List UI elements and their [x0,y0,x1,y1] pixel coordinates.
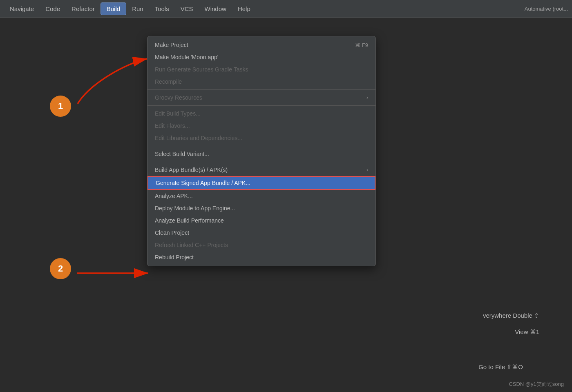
menu-item-label: Run Generate Sources Gradle Tasks [155,66,248,73]
content-area: Make Project ⌘ F9 Make Module 'Moon.app'… [0,18,572,392]
separator-2 [147,105,375,106]
menu-bar: Navigate Code Refactor Build Run Tools V… [0,0,572,18]
menu-item-label: Analyze Build Performance [155,217,224,224]
menu-code[interactable]: Code [40,3,66,15]
menu-item-label: Select Build Variant... [155,151,209,157]
separator-3 [147,146,375,146]
arrow-1 [65,51,155,108]
menu-item-label: Build App Bundle(s) / APK(s) [155,167,228,173]
submenu-arrow-icon: › [366,95,368,100]
annotation-2: 2 [50,258,71,279]
menu-item-label: Generate Signed App Bundle / APK... [156,180,250,186]
menu-item-analyze-apk[interactable]: Analyze APK... [147,190,375,202]
menu-item-label: Recompile [155,78,182,85]
arrow-2 [73,263,154,283]
menu-tools[interactable]: Tools [149,3,175,15]
menu-item-label: Edit Libraries and Dependencies... [155,135,242,141]
hint-goto: Go to File ⇧⌘O [478,363,523,371]
menu-refactor[interactable]: Refactor [66,3,101,15]
menu-item-refresh-cpp: Refresh Linked C++ Projects [147,239,375,251]
menu-window[interactable]: Window [199,3,232,15]
menu-item-label: Groovy Resources [155,94,202,101]
menu-vcs[interactable]: VCS [175,3,199,15]
menu-item-select-build-variant[interactable]: Select Build Variant... [147,148,375,160]
menu-item-shortcut: ⌘ F9 [355,42,368,48]
menu-item-deploy-module[interactable]: Deploy Module to App Engine... [147,202,375,214]
menu-item-run-generate: Run Generate Sources Gradle Tasks [147,63,375,76]
menu-item-edit-flavors: Edit Flavors... [147,120,375,132]
menu-item-label: Make Project [155,42,188,48]
separator-4 [147,162,375,162]
menu-item-make-project[interactable]: Make Project ⌘ F9 [147,39,375,51]
menu-item-label: Clean Project [155,229,189,236]
menu-item-label: Refresh Linked C++ Projects [155,242,228,248]
menu-right-text: Automative (root... [525,6,568,12]
menu-navigate[interactable]: Navigate [4,3,40,15]
build-dropdown-menu: Make Project ⌘ F9 Make Module 'Moon.app'… [147,36,376,266]
menu-help[interactable]: Help [232,3,256,15]
menu-item-label: Edit Build Types... [155,110,201,117]
menu-item-edit-libraries: Edit Libraries and Dependencies... [147,132,375,144]
menu-item-recompile: Recompile [147,76,375,88]
menu-item-label: Rebuild Project [155,254,194,261]
menu-item-clean-project[interactable]: Clean Project [147,227,375,239]
submenu-arrow-icon-2: › [366,167,368,173]
menu-item-analyze-build-perf[interactable]: Analyze Build Performance [147,214,375,227]
menu-item-edit-build-types: Edit Build Types... [147,107,375,120]
menu-item-generate-signed[interactable]: Generate Signed App Bundle / APK... [147,176,375,190]
menu-item-label: Analyze APK... [155,193,193,199]
menu-item-make-module[interactable]: Make Module 'Moon.app' [147,51,375,63]
hint-everywhere: verywhere Double ⇧ [483,312,539,319]
menu-build[interactable]: Build [101,2,126,15]
menu-item-build-app-bundle[interactable]: Build App Bundle(s) / APK(s) › [147,164,375,176]
watermark: CSDN @y1笑而过song [509,381,564,388]
menu-item-label: Make Module 'Moon.app' [155,54,219,60]
menu-item-label: Deploy Module to App Engine... [155,205,235,212]
hint-view: View ⌘1 [515,328,539,336]
separator-1 [147,89,375,90]
menu-item-groovy-resources: Groovy Resources › [147,91,375,104]
menu-run[interactable]: Run [126,3,149,15]
menu-item-label: Edit Flavors... [155,122,190,129]
menu-item-rebuild-project[interactable]: Rebuild Project [147,251,375,263]
